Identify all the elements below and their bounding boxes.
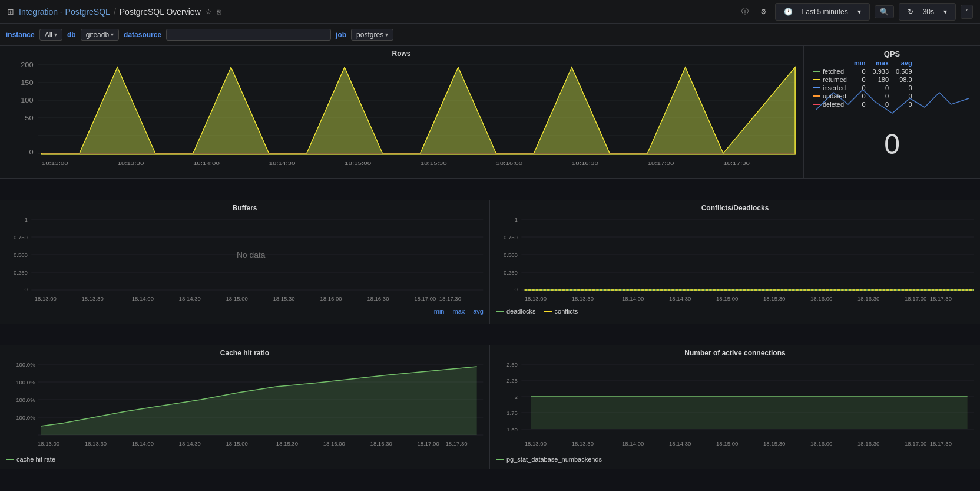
datasource-label: datasource [124,31,161,39]
header-actions: ⓘ ⚙ 🕐 Last 5 minutes ▾ 🔍 ↻ 30s ▾ ⎖ [738,3,973,21]
svg-text:200: 200 [21,62,33,68]
job-arrow: ▾ [385,31,388,38]
svg-text:0.500: 0.500 [14,252,28,258]
svg-text:18:15:00: 18:15:00 [226,441,248,447]
svg-text:18:16:30: 18:16:30 [572,160,598,166]
breadcrumb-integration[interactable]: Integration - PostgreSQL [19,7,110,17]
svg-text:0.750: 0.750 [14,235,28,240]
svg-text:18:13:30: 18:13:30 [572,296,594,302]
svg-text:18:13:00: 18:13:00 [38,441,59,447]
datasource-input[interactable] [166,29,331,41]
svg-text:0: 0 [515,286,518,292]
connections-panel: Number of active connections 2.50 2.25 2… [490,345,980,469]
toolbar: instance All ▾ db giteadb ▾ datasource j… [0,24,980,46]
svg-text:18:17:30: 18:17:30 [439,296,461,302]
instance-select[interactable]: All ▾ [39,29,62,41]
svg-text:18:17:30: 18:17:30 [723,160,750,166]
svg-text:18:14:30: 18:14:30 [669,441,691,447]
instance-label: instance [6,31,35,39]
share-icon[interactable]: ⎘ [217,8,221,16]
grid-icon[interactable]: ⊞ [7,7,14,17]
svg-text:18:15:30: 18:15:30 [763,296,785,302]
db-label: db [67,31,76,39]
qps-panel: QPS 0 min max avg fetched 0 [803,46,980,178]
svg-text:18:14:00: 18:14:00 [622,296,644,302]
db-select[interactable]: giteadb ▾ [81,29,119,41]
svg-text:18:17:30: 18:17:30 [930,441,952,447]
svg-text:18:15:00: 18:15:00 [716,441,738,447]
svg-text:18:16:30: 18:16:30 [370,441,392,447]
cache-hit-rate-label: cache hit rate [16,456,55,463]
deadlocks-label: deadlocks [506,308,536,315]
db-arrow: ▾ [111,31,114,38]
svg-marker-86 [41,367,476,435]
buffers-chart: 1 0.750 0.500 0.250 0 18:13:00 18:13:30 … [0,213,489,305]
svg-text:18:16:00: 18:16:00 [810,441,832,447]
svg-text:0.250: 0.250 [504,270,518,276]
db-value: giteadb [86,31,109,39]
instance-value: All [45,31,52,39]
refresh-interval: 30s [919,5,938,18]
svg-text:50: 50 [25,115,33,121]
svg-text:18:15:30: 18:15:30 [276,441,298,447]
svg-text:18:13:30: 18:13:30 [82,296,104,302]
svg-text:1: 1 [25,217,28,223]
star-icon[interactable]: ☆ [206,8,212,16]
svg-text:18:16:30: 18:16:30 [858,296,879,302]
row2: Buffers 1 0.750 0.500 0.250 0 18:13:00 1… [0,200,980,324]
svg-text:18:16:30: 18:16:30 [367,296,389,302]
connections-chart: 2.50 2.25 2 1.75 1.50 18:13:00 18:13:30 … [490,358,980,453]
buffers-legend: min max avg [0,307,489,316]
svg-text:18:15:00: 18:15:00 [716,296,738,302]
row3: Cache hit ratio 100.0% 100.0% 100.0% 100… [0,345,980,469]
svg-text:18:13:00: 18:13:00 [35,296,57,302]
svg-text:18:13:00: 18:13:00 [525,296,547,302]
header: ⊞ Integration - PostgreSQL / PostgreSQL … [0,0,980,24]
svg-text:0.750: 0.750 [504,235,518,240]
cache-legend: cache hit rate [0,454,489,464]
svg-text:18:15:30: 18:15:30 [421,160,447,166]
svg-text:18:16:00: 18:16:00 [320,296,342,302]
svg-text:18:14:00: 18:14:00 [193,160,220,166]
svg-text:18:17:00: 18:17:00 [905,441,926,447]
svg-text:18:15:30: 18:15:30 [273,296,294,302]
svg-marker-22 [42,67,795,154]
rows-panel: Rows 200 150 100 50 0 18:13:00 18:13:30 … [0,46,803,178]
svg-text:18:14:30: 18:14:30 [179,296,201,302]
conflicts-chart: 1 0.750 0.500 0.250 0 18:13:00 18:13:30 … [490,213,980,305]
svg-text:18:14:30: 18:14:30 [669,296,691,302]
svg-text:18:16:00: 18:16:00 [810,296,832,302]
zoom-out-icon[interactable]: 🔍 [875,5,894,18]
svg-text:18:17:30: 18:17:30 [445,441,467,447]
cache-title: Cache hit ratio [0,345,489,358]
svg-marker-108 [531,397,967,429]
monitor-icon[interactable]: ⎖ [961,5,973,19]
job-value: postgres [356,31,383,39]
main-content: Rows 200 150 100 50 0 18:13:00 18:13:30 … [0,46,980,491]
settings-icon[interactable]: ⚙ [757,5,770,18]
svg-text:18:15:00: 18:15:00 [345,160,371,166]
qps-value: 0 [884,128,900,160]
svg-text:18:14:00: 18:14:00 [132,441,154,447]
svg-text:18:14:30: 18:14:30 [179,441,201,447]
time-range-picker[interactable]: 🕐 Last 5 minutes ▾ [775,3,870,21]
info-icon[interactable]: ⓘ [738,4,752,19]
breadcrumb-current: PostgreSQL Overview [120,7,201,17]
refresh-button[interactable]: ↻ 30s ▾ [899,3,956,21]
svg-text:100.0%: 100.0% [16,416,35,421]
svg-text:18:13:30: 18:13:30 [117,160,144,166]
svg-text:2.25: 2.25 [506,378,518,384]
svg-text:18:17:00: 18:17:00 [647,160,674,166]
svg-text:100.0%: 100.0% [16,363,35,368]
cache-chart: 100.0% 100.0% 100.0% 100.0% 18:13:00 18:… [0,358,489,453]
svg-text:100.0%: 100.0% [16,380,35,386]
breadcrumb-separator: / [114,7,116,17]
svg-text:0.500: 0.500 [504,252,518,258]
svg-text:0: 0 [29,149,33,155]
conflicts-label: conflicts [555,308,578,315]
qps-legend: min max avg fetched 0 0.933 0.509 return… [810,59,916,108]
svg-text:18:13:00: 18:13:00 [42,160,68,166]
job-select[interactable]: postgres ▾ [351,29,393,41]
svg-text:18:14:30: 18:14:30 [269,160,295,166]
header-left: ⊞ Integration - PostgreSQL / PostgreSQL … [7,7,738,17]
